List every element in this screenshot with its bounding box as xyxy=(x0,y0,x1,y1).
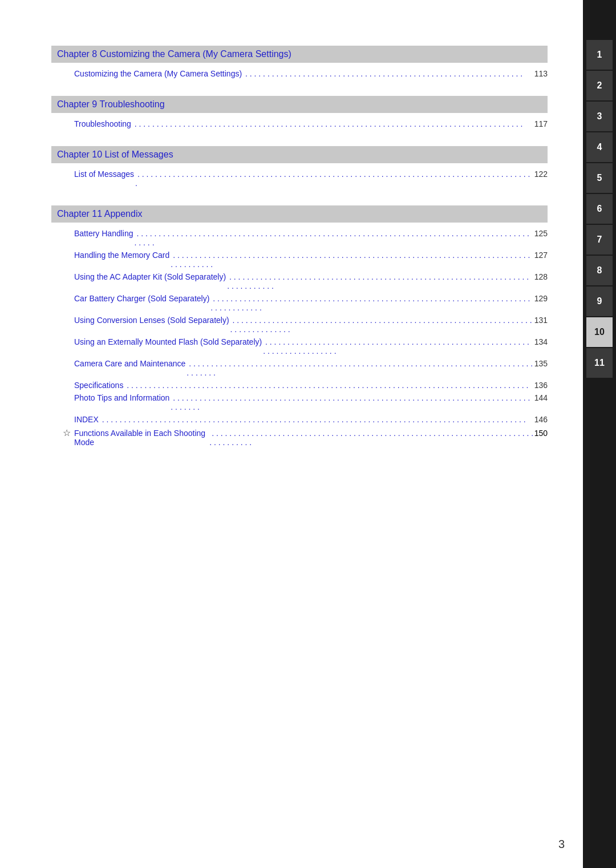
chapter-9-title[interactable]: Chapter 9 Troubleshooting xyxy=(57,99,165,109)
toc-text-ch11-2: Handling the Memory Card xyxy=(74,251,169,260)
toc-dots-ch10-1: . . . . . . . . . . . . . . . . . . . . … xyxy=(135,169,533,188)
toc-page-ch11-10: 146 xyxy=(534,415,548,424)
chapter-8-header: Chapter 8 Customizing the Camera (My Cam… xyxy=(51,46,548,63)
toc-text-ch11-11: Functions Available in Each Shooting Mod… xyxy=(74,429,209,447)
toc-page-ch11-1: 125 xyxy=(534,229,548,238)
toc-entry-ch11-3[interactable]: Using the AC Adapter Kit (Sold Separatel… xyxy=(51,271,548,292)
toc-entry-ch10-1[interactable]: List of Messages . . . . . . . . . . . .… xyxy=(51,168,548,189)
toc-entry-ch11-5[interactable]: Using Conversion Lenses (Sold Separately… xyxy=(51,314,548,336)
toc-text-ch11-7: Camera Care and Maintenance xyxy=(74,359,185,368)
toc-entry-ch11-4[interactable]: Car Battery Charger (Sold Separately) . … xyxy=(51,292,548,314)
toc-page-ch11-3: 128 xyxy=(534,272,548,281)
chapter-8-title[interactable]: Chapter 8 Customizing the Camera (My Cam… xyxy=(57,49,291,59)
chapter-8-block: Chapter 8 Customizing the Camera (My Cam… xyxy=(51,46,548,80)
toc-dots-ch11-3: . . . . . . . . . . . . . . . . . . . . … xyxy=(227,272,533,290)
toc-page-ch9-1: 117 xyxy=(534,119,548,128)
sidebar: 1 2 3 4 5 6 7 8 9 10 11 xyxy=(583,0,616,868)
toc-text-ch11-5: Using Conversion Lenses (Sold Separately… xyxy=(74,316,229,325)
toc-text-ch11-8: Specifications xyxy=(74,381,123,390)
toc-entry-ch11-10[interactable]: INDEX . . . . . . . . . . . . . . . . . … xyxy=(51,413,548,426)
star-icon: ☆ xyxy=(63,427,71,438)
main-content: Chapter 8 Customizing the Camera (My Cam… xyxy=(0,0,582,868)
page-number: 3 xyxy=(558,838,565,851)
toc-entry-ch11-6[interactable]: Using an Externally Mounted Flash (Sold … xyxy=(51,336,548,357)
sidebar-tab-8[interactable]: 8 xyxy=(586,256,613,285)
toc-text-ch11-1: Battery Handling xyxy=(74,229,133,238)
toc-dots-ch11-5: . . . . . . . . . . . . . . . . . . . . … xyxy=(230,316,533,334)
chapter-9-block: Chapter 9 Troubleshooting Troubleshootin… xyxy=(51,96,548,130)
toc-entry-ch9-1[interactable]: Troubleshooting . . . . . . . . . . . . … xyxy=(51,118,548,130)
toc-text-ch10-1: List of Messages xyxy=(74,169,134,179)
toc-text-ch8-1: Customizing the Camera (My Camera Settin… xyxy=(74,69,242,78)
toc-dots-ch11-1: . . . . . . . . . . . . . . . . . . . . … xyxy=(135,229,533,247)
toc-page-ch11-8: 136 xyxy=(534,381,548,390)
toc-dots-ch11-8: . . . . . . . . . . . . . . . . . . . . … xyxy=(124,381,533,390)
toc-page-ch11-4: 129 xyxy=(534,294,548,303)
sidebar-tab-6[interactable]: 6 xyxy=(586,194,613,224)
toc-page-ch11-11: 150 xyxy=(534,429,548,438)
toc-page-ch10-1: 122 xyxy=(534,169,548,179)
chapter-11-block: Chapter 11 Appendix Battery Handling . .… xyxy=(51,205,548,449)
toc-entry-ch11-1[interactable]: Battery Handling . . . . . . . . . . . .… xyxy=(51,227,548,249)
sidebar-tab-5[interactable]: 5 xyxy=(586,163,613,193)
toc-page-ch11-2: 127 xyxy=(534,251,548,260)
sidebar-tab-2[interactable]: 2 xyxy=(586,71,613,100)
toc-dots-ch11-10: . . . . . . . . . . . . . . . . . . . . … xyxy=(100,415,533,424)
toc-dots-ch8-1: . . . . . . . . . . . . . . . . . . . . … xyxy=(243,69,533,78)
toc-text-ch11-6: Using an Externally Mounted Flash (Sold … xyxy=(74,337,262,346)
toc-entry-ch11-8[interactable]: Specifications . . . . . . . . . . . . .… xyxy=(51,379,548,391)
toc-page-ch11-7: 135 xyxy=(534,359,548,368)
toc-text-ch9-1: Troubleshooting xyxy=(74,119,131,128)
toc-page-ch11-9: 144 xyxy=(534,393,548,402)
chapter-10-block: Chapter 10 List of Messages List of Mess… xyxy=(51,146,548,189)
toc-entry-ch11-9[interactable]: Photo Tips and Information . . . . . . .… xyxy=(51,391,548,413)
toc-text-ch11-4: Car Battery Charger (Sold Separately) xyxy=(74,294,209,303)
toc-entry-ch11-11[interactable]: ☆ Functions Available in Each Shooting M… xyxy=(51,426,548,449)
toc-entry-ch8-1[interactable]: Customizing the Camera (My Camera Settin… xyxy=(51,67,548,80)
toc-dots-ch11-9: . . . . . . . . . . . . . . . . . . . . … xyxy=(171,393,533,411)
toc-dots-ch11-11: . . . . . . . . . . . . . . . . . . . . … xyxy=(209,429,534,447)
toc-page-ch11-6: 134 xyxy=(534,337,548,346)
toc-text-ch11-10: INDEX xyxy=(74,415,99,424)
chapter-10-title[interactable]: Chapter 10 List of Messages xyxy=(57,150,173,159)
toc-page-ch11-5: 131 xyxy=(534,316,548,325)
chapter-11-title[interactable]: Chapter 11 Appendix xyxy=(57,209,142,219)
toc-dots-ch9-1: . . . . . . . . . . . . . . . . . . . . … xyxy=(132,119,533,128)
sidebar-tab-10[interactable]: 10 xyxy=(586,317,613,347)
chapter-11-header: Chapter 11 Appendix xyxy=(51,205,548,223)
chapter-9-header: Chapter 9 Troubleshooting xyxy=(51,96,548,113)
toc-text-ch11-9: Photo Tips and Information xyxy=(74,393,169,402)
toc-dots-ch11-6: . . . . . . . . . . . . . . . . . . . . … xyxy=(263,337,533,356)
toc-entry-ch11-7[interactable]: Camera Care and Maintenance . . . . . . … xyxy=(51,357,548,379)
sidebar-tab-11[interactable]: 11 xyxy=(586,348,613,378)
toc-dots-ch11-2: . . . . . . . . . . . . . . . . . . . . … xyxy=(171,251,533,269)
sidebar-tab-3[interactable]: 3 xyxy=(586,102,613,131)
sidebar-tab-4[interactable]: 4 xyxy=(586,132,613,162)
toc-page-ch8-1: 113 xyxy=(534,69,548,78)
sidebar-tab-9[interactable]: 9 xyxy=(586,286,613,316)
toc-text-ch11-3: Using the AC Adapter Kit (Sold Separatel… xyxy=(74,272,226,281)
toc-dots-ch11-7: . . . . . . . . . . . . . . . . . . . . … xyxy=(187,359,533,377)
chapter-10-header: Chapter 10 List of Messages xyxy=(51,146,548,163)
sidebar-tab-1[interactable]: 1 xyxy=(586,40,613,70)
toc-entry-ch11-2[interactable]: Handling the Memory Card . . . . . . . .… xyxy=(51,249,548,271)
toc-dots-ch11-4: . . . . . . . . . . . . . . . . . . . . … xyxy=(210,294,533,312)
sidebar-tab-7[interactable]: 7 xyxy=(586,225,613,255)
